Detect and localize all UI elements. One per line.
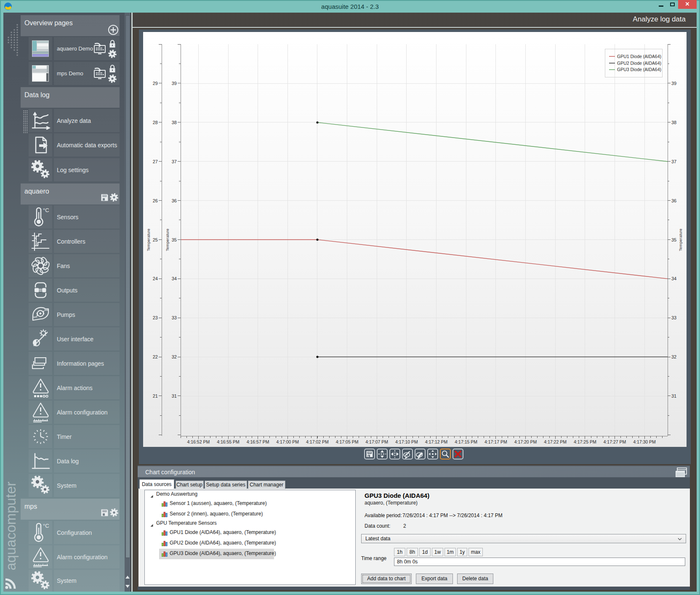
- svg-text:34: 34: [172, 276, 177, 281]
- svg-text:32: 32: [671, 354, 676, 359]
- svg-text:4:16:55 PM: 4:16:55 PM: [217, 439, 240, 444]
- svg-text:4:17:02 PM: 4:17:02 PM: [306, 439, 329, 444]
- svg-text:39: 39: [671, 81, 676, 86]
- svg-text:GPU3 Diode (AIDA64): GPU3 Diode (AIDA64): [617, 67, 661, 72]
- svg-text:4:17:10 PM: 4:17:10 PM: [395, 439, 418, 444]
- svg-text:4:17:05 PM: 4:17:05 PM: [336, 439, 359, 444]
- svg-text:4:17:25 PM: 4:17:25 PM: [574, 439, 596, 444]
- svg-text:33: 33: [172, 315, 177, 320]
- svg-text:36: 36: [671, 198, 676, 203]
- svg-text:22: 22: [153, 354, 158, 359]
- svg-text:34: 34: [671, 276, 676, 281]
- svg-text:32: 32: [172, 354, 177, 359]
- svg-text:38: 38: [671, 120, 676, 125]
- svg-text:4:17:15 PM: 4:17:15 PM: [455, 439, 477, 444]
- svg-text:39: 39: [172, 81, 177, 86]
- svg-text:4:17:22 PM: 4:17:22 PM: [544, 439, 567, 444]
- svg-text:37: 37: [172, 159, 177, 164]
- svg-text:Temperature: Temperature: [165, 228, 170, 251]
- svg-text:4:17:07 PM: 4:17:07 PM: [365, 439, 388, 444]
- svg-text:4:17:30 PM: 4:17:30 PM: [633, 439, 656, 444]
- svg-text:°C: °C: [43, 207, 49, 213]
- svg-text:33: 33: [671, 315, 676, 320]
- svg-text:25: 25: [153, 237, 158, 242]
- svg-text:26: 26: [153, 198, 158, 203]
- svg-text:35: 35: [172, 237, 177, 242]
- svg-text:GPU1 Diode (AIDA64): GPU1 Diode (AIDA64): [617, 54, 661, 59]
- svg-text:27: 27: [153, 159, 158, 164]
- svg-text:29: 29: [153, 81, 158, 86]
- svg-text:4:17:20 PM: 4:17:20 PM: [514, 439, 537, 444]
- svg-text:36: 36: [172, 198, 177, 203]
- svg-text:4:16:57 PM: 4:16:57 PM: [247, 439, 269, 444]
- svg-text:Temperature: Temperature: [678, 228, 683, 251]
- svg-text:Temperature: Temperature: [146, 228, 151, 251]
- svg-text:°C: °C: [43, 523, 49, 529]
- svg-text:38: 38: [172, 120, 177, 125]
- svg-text:35: 35: [671, 237, 676, 242]
- svg-text:4:17:12 PM: 4:17:12 PM: [425, 439, 448, 444]
- svg-text:GPU2 Diode (AIDA64): GPU2 Diode (AIDA64): [617, 61, 661, 66]
- svg-text:23: 23: [153, 315, 158, 320]
- svg-text:31: 31: [172, 393, 177, 398]
- svg-text:24: 24: [153, 276, 158, 281]
- svg-text:4:16:52 PM: 4:16:52 PM: [187, 439, 210, 444]
- svg-text:28: 28: [153, 120, 158, 125]
- svg-text:37: 37: [671, 159, 676, 164]
- svg-text:31: 31: [671, 393, 676, 398]
- svg-text:4:17:27 PM: 4:17:27 PM: [604, 439, 626, 444]
- svg-text:4:17:00 PM: 4:17:00 PM: [276, 439, 299, 444]
- svg-text:4:17:17 PM: 4:17:17 PM: [484, 439, 507, 444]
- svg-text:21: 21: [153, 393, 158, 398]
